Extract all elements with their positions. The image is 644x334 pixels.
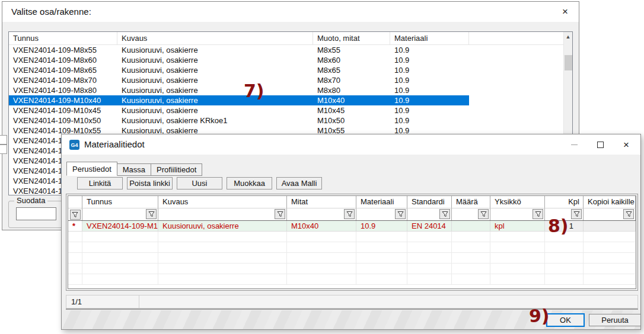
grid-column-header-tunnus[interactable]: Tunnus: [82, 196, 158, 208]
grid-filter-cell-kuvaus: [158, 208, 287, 220]
list-row[interactable]: VXEN24014-109-M8x60Kuusioruuvi, osakierr…: [9, 55, 572, 65]
grid-column-header-mitat[interactable]: Mitat: [287, 196, 356, 208]
filter-funnel-icon: [442, 211, 448, 217]
scroll-up-icon[interactable]: ▲: [564, 32, 572, 41]
select-dialog-titlebar: Valitse osa/rakenne: ×: [2, 2, 579, 22]
grid-empty-cell-mitat: [287, 264, 356, 274]
grid-column-header-yksikko[interactable]: Yksikkö: [490, 196, 545, 208]
grid-empty-cell-yksikko: [490, 232, 545, 242]
linkitä-button[interactable]: Linkitä: [77, 177, 123, 190]
cell-kuvaus: Kuusioruuvi, osakierre KRkoe1: [117, 115, 313, 126]
list-row[interactable]: VXEN24014-109-M8x70Kuusioruuvi, osakierr…: [9, 75, 572, 85]
grid-column-header-materiaali[interactable]: Materiaali: [356, 196, 407, 208]
filter-group-label: Suodata: [14, 196, 47, 205]
filter-button-yksikko[interactable]: [533, 209, 543, 219]
cell-materiaali: 10.9: [390, 85, 469, 95]
grid-empty-cell-kopioi: [584, 242, 636, 252]
annotation-step-7: 7): [244, 82, 264, 100]
cancel-button[interactable]: Peruuta: [589, 314, 641, 326]
filter-button-sel[interactable]: [70, 210, 81, 220]
column-header-kuvaus[interactable]: Kuvaus: [117, 32, 313, 44]
cell-tunnus: VXEN24014-109-M8x55: [9, 45, 117, 55]
filter-button-kuvaus[interactable]: [275, 209, 285, 219]
cell-tunnus: VXEN24014-109-M8x70: [9, 75, 117, 85]
app-icon: G4: [69, 140, 79, 150]
close-icon[interactable]: ×: [556, 4, 574, 20]
cell-tunnus: VXEN24014-109-M10x50: [9, 115, 117, 126]
grid-filter-cell-mitat: [287, 208, 356, 220]
grid-column-header-kopioi[interactable]: Kopioi kaikille: [584, 196, 636, 208]
grid-empty-cell-sel: [68, 264, 82, 274]
status-panel: [139, 295, 638, 309]
cell-muoto: M10x40: [313, 95, 390, 105]
status-bar: 1/1: [66, 295, 638, 310]
grid-empty-cell-kpl: [545, 253, 584, 263]
grid-empty-row[interactable]: [68, 242, 636, 253]
grid-empty-row[interactable]: [68, 274, 636, 285]
grid-cell-standardi: EN 24014: [407, 221, 452, 231]
grid-column-header-sel[interactable]: [68, 196, 82, 208]
grid-empty-cell-standardi: [407, 242, 452, 252]
grid-cell-sel: *: [68, 221, 82, 231]
grid-empty-cell-kopioi: [584, 253, 636, 263]
cell-kuvaus: Kuusioruuvi, osakierre: [117, 105, 313, 115]
grid-empty-cell-materiaali: [356, 264, 407, 274]
filter-button-standardi[interactable]: [439, 209, 450, 219]
cell-materiaali: 10.9: [390, 115, 469, 126]
cell-materiaali: 10.9: [390, 45, 469, 55]
scrollbar-thumb[interactable]: [565, 55, 572, 70]
grid-empty-cell-tunnus: [82, 242, 158, 252]
grid-empty-cell-kuvaus: [158, 232, 287, 242]
grid-column-header-standardi[interactable]: Standardi: [407, 196, 452, 208]
material-grid-panel: TunnusKuvausMitatMateriaaliStandardiMäär…: [66, 194, 638, 291]
grid-column-header-kpl[interactable]: Kpl: [545, 196, 584, 208]
filter-input[interactable]: [16, 207, 56, 220]
cell-muoto: M8x60: [313, 55, 390, 65]
filter-button-maara[interactable]: [478, 209, 489, 219]
ok-button[interactable]: OK: [546, 313, 585, 327]
minimize-button[interactable]: [561, 134, 587, 155]
filter-button-tunnus[interactable]: [146, 209, 157, 219]
list-row[interactable]: VXEN24014-109-M8x65Kuusioruuvi, osakierr…: [9, 65, 572, 75]
close-icon: ×: [623, 140, 629, 150]
maximize-button[interactable]: [587, 134, 613, 155]
material-grid: TunnusKuvausMitatMateriaaliStandardiMäär…: [68, 195, 636, 289]
grid-empty-cell-kpl: [545, 274, 584, 284]
grid-column-header-maara[interactable]: Määrä: [452, 196, 490, 208]
grid-column-header-kuvaus[interactable]: Kuvaus: [158, 196, 287, 208]
cell-kuvaus: Kuusioruuvi, osakierre: [117, 85, 313, 95]
filter-button-mitat[interactable]: [344, 209, 355, 219]
grid-header-row: TunnusKuvausMitatMateriaaliStandardiMäär…: [68, 196, 636, 208]
cell-tunnus: VXEN24014-109-M10x45: [9, 105, 117, 115]
tab-profiilitiedot[interactable]: Profiilitiedot: [151, 163, 202, 176]
muokkaa-button[interactable]: Muokkaa: [227, 177, 272, 190]
grid-empty-cell-standardi: [407, 253, 452, 263]
grid-empty-cell-materiaali: [356, 232, 407, 242]
grid-empty-row[interactable]: [68, 253, 636, 264]
cell-kuvaus: Kuusioruuvi, osakierre: [117, 65, 313, 75]
tab-perustiedot[interactable]: Perustiedot: [66, 162, 117, 176]
avaa-malli-button[interactable]: Avaa Malli: [276, 177, 322, 190]
list-row[interactable]: VXEN24014-109-M10x50Kuusioruuvi, osakier…: [9, 115, 572, 126]
poista-linkki-button[interactable]: Poista linkki: [127, 177, 173, 190]
grid-empty-cell-maara: [452, 232, 490, 242]
list-row[interactable]: VXEN24014-109-M8x80Kuusioruuvi, osakierr…: [9, 85, 572, 95]
cell-muoto: M10x50: [313, 115, 390, 126]
grid-empty-cell-materiaali: [356, 253, 407, 263]
filter-button-kopioi[interactable]: [623, 209, 634, 219]
list-row[interactable]: VXEN24014-109-M10x45Kuusioruuvi, osakier…: [9, 105, 572, 115]
uusi-button[interactable]: Uusi: [177, 177, 222, 190]
column-header-muoto-mitat[interactable]: Muoto, mitat: [313, 32, 390, 44]
tab-massa[interactable]: Massa: [117, 163, 151, 176]
column-header-tunnus[interactable]: Tunnus: [9, 32, 117, 44]
grid-empty-cell-maara: [452, 274, 490, 284]
list-row[interactable]: VXEN24014-109-M8x55Kuusioruuvi, osakierr…: [9, 45, 572, 55]
column-header-materiaali[interactable]: Materiaali: [390, 32, 469, 44]
close-button[interactable]: ×: [613, 134, 639, 155]
filter-button-materiaali[interactable]: [395, 209, 406, 219]
part-list-header: TunnusKuvausMuoto, mitatMateriaali: [9, 32, 572, 45]
list-row[interactable]: VXEN24014-109-M10x40Kuusioruuvi, osakier…: [9, 95, 572, 105]
grid-empty-row[interactable]: [68, 264, 636, 274]
filter-button-kpl[interactable]: [571, 209, 582, 219]
grid-empty-cell-kopioi: [584, 264, 636, 274]
